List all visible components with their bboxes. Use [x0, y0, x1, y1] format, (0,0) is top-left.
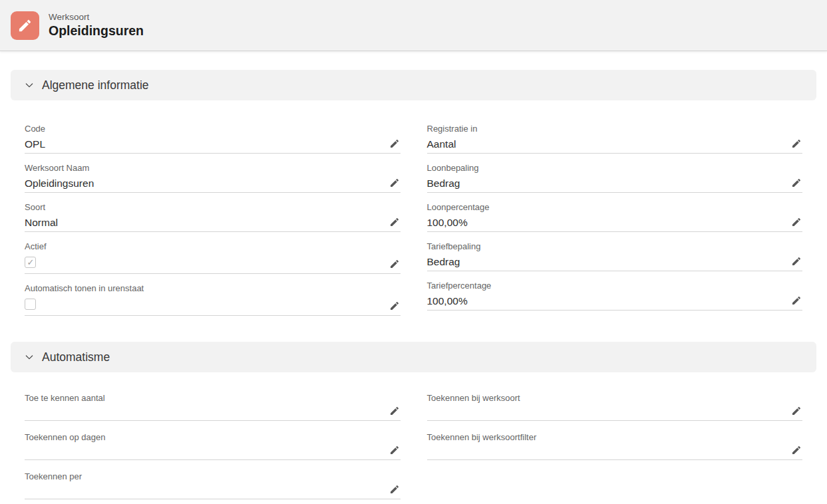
field-value: Bedrag [427, 174, 786, 192]
edit-pencil-icon[interactable] [389, 445, 400, 455]
field-value: Normal [25, 213, 383, 231]
automatisch-tonen-checkbox[interactable] [25, 299, 36, 310]
field-value [25, 443, 383, 459]
field-value: 100,00% [427, 213, 786, 231]
edit-pencil-icon[interactable] [791, 406, 802, 416]
field-toe-te-kennen-aantal[interactable]: Toe te kennen aantal [25, 391, 401, 421]
field-label: Toekennen bij werksoort [427, 391, 786, 404]
field-label: Tariefpercentage [427, 279, 786, 292]
edit-pencil-icon[interactable] [389, 178, 400, 188]
field-label: Werksoort Naam [25, 161, 383, 174]
field-label: Actief [25, 239, 383, 253]
field-werksoort-naam[interactable]: Werksoort Naam Opleidingsuren [25, 161, 401, 193]
field-value [25, 404, 383, 420]
field-label: Registratie in [427, 122, 786, 135]
edit-pencil-icon[interactable] [791, 217, 802, 227]
field-toekennen-bij-werksoortfilter[interactable]: Toekennen bij werksoortfilter [427, 430, 803, 460]
edit-pencil-icon[interactable] [791, 178, 802, 188]
section-header-automatisme[interactable]: Automatisme [11, 342, 816, 372]
form-body: Algemene informatie Code OPL Werksoort N… [0, 70, 827, 504]
field-actief[interactable]: Actief [25, 239, 401, 274]
field-label: Loonpercentage [427, 200, 786, 213]
field-value [25, 483, 383, 499]
pencil-icon [11, 11, 39, 40]
field-value: 100,00% [427, 292, 786, 310]
field-value [427, 404, 786, 420]
field-toekennen-bij-werksoort[interactable]: Toekennen bij werksoort [427, 391, 803, 421]
edit-pencil-icon[interactable] [389, 217, 400, 227]
page-header: Werksoort Opleidingsuren [0, 0, 827, 51]
field-value [25, 253, 383, 273]
field-tariefbepaling[interactable]: Tariefbepaling Bedrag [427, 239, 803, 271]
edit-pencil-icon[interactable] [791, 256, 802, 267]
actief-checkbox[interactable] [25, 257, 36, 268]
field-loonbepaling[interactable]: Loonbepaling Bedrag [427, 161, 803, 193]
field-tariefpercentage[interactable]: Tariefpercentage 100,00% [427, 279, 803, 311]
section-title: Algemene informatie [42, 78, 149, 92]
automation-fields: Toe te kennen aantal Toekennen op dagen … [25, 391, 802, 504]
right-column: Registratie in Aantal Loonbepaling Bedra… [427, 122, 803, 323]
edit-pencil-icon[interactable] [389, 301, 400, 311]
general-fields: Code OPL Werksoort Naam Opleidingsuren S… [25, 122, 802, 323]
chevron-down-icon [24, 80, 35, 90]
field-label: Toekennen op dagen [25, 430, 383, 443]
right-column: Toekennen bij werksoort Toekennen bij we… [427, 391, 803, 504]
field-label: Code [25, 122, 383, 135]
edit-pencil-icon[interactable] [791, 295, 802, 306]
field-label: Toe te kennen aantal [25, 391, 383, 404]
field-value: Aantal [427, 135, 786, 153]
field-toekennen-per[interactable]: Toekennen per [25, 469, 401, 499]
field-label: Tariefbepaling [427, 239, 786, 253]
field-automatisch-tonen[interactable]: Automatisch tonen in urenstaat [25, 281, 401, 316]
field-toekennen-op-dagen[interactable]: Toekennen op dagen [25, 430, 401, 460]
edit-pencil-icon[interactable] [389, 138, 400, 149]
field-code[interactable]: Code OPL [25, 122, 401, 154]
edit-pencil-icon[interactable] [389, 406, 400, 416]
chevron-down-icon [24, 352, 35, 362]
field-value [427, 443, 786, 459]
field-label: Toekennen per [25, 469, 383, 483]
field-soort[interactable]: Soort Normal [25, 200, 401, 232]
header-text: Werksoort Opleidingsuren [49, 11, 144, 39]
field-value [25, 295, 383, 315]
field-label: Loonbepaling [427, 161, 786, 174]
section-header-algemene-informatie[interactable]: Algemene informatie [11, 70, 816, 100]
page-title: Opleidingsuren [49, 23, 144, 39]
field-loonpercentage[interactable]: Loonpercentage 100,00% [427, 200, 803, 232]
left-column: Code OPL Werksoort Naam Opleidingsuren S… [25, 122, 401, 323]
field-label: Soort [25, 200, 383, 213]
field-value: Opleidingsuren [25, 174, 383, 192]
field-value: OPL [25, 135, 383, 153]
field-label: Toekennen bij werksoortfilter [427, 430, 786, 443]
field-label: Automatisch tonen in urenstaat [25, 281, 383, 295]
field-registratie-in[interactable]: Registratie in Aantal [427, 122, 803, 154]
edit-pencil-icon[interactable] [791, 138, 802, 149]
left-column: Toe te kennen aantal Toekennen op dagen … [25, 391, 401, 504]
edit-pencil-icon[interactable] [389, 259, 400, 269]
field-value: Bedrag [427, 253, 786, 271]
edit-pencil-icon[interactable] [389, 484, 400, 495]
entity-type-label: Werksoort [49, 11, 144, 23]
section-title: Automatisme [42, 350, 110, 364]
edit-pencil-icon[interactable] [791, 445, 802, 455]
